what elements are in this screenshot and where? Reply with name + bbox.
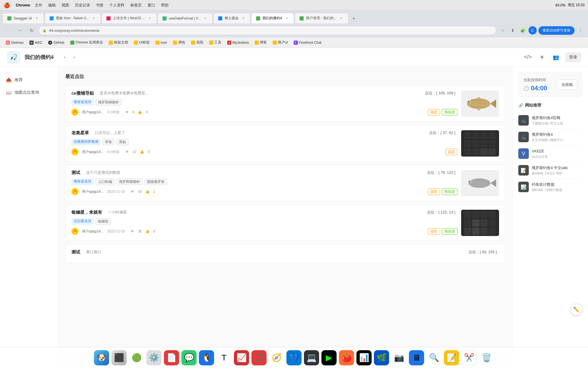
dock-stock[interactable]: 📈 [234,350,249,365]
sidebar-item-map[interactable]: 📖 地图点位查询 [0,86,58,99]
tab-fishing-active[interactable]: 我们的俄钓4 ✕ [251,13,294,23]
user-icon[interactable]: C [528,26,537,34]
bookmark-getman[interactable]: G Getman [4,39,26,46]
tab-close-1[interactable]: ✕ [34,16,39,21]
dock-terminal[interactable]: ▶ [321,350,337,365]
badge-3-1[interactable]: 熟练度 [442,188,458,195]
refresh-button[interactable]: ↻ [27,26,36,35]
tab-close-5[interactable]: ✕ [241,16,246,21]
back-button[interactable]: ← [4,26,13,35]
tag-4-1[interactable]: 银鲫鱼 [95,218,111,225]
dock-chrome[interactable]: 🟢 [129,350,144,365]
dock-safari[interactable]: 🧭 [269,350,284,365]
address-input[interactable]: 🔒 rf4.cosycosy.cn/#/recommend [38,26,496,35]
bookmark-icon[interactable]: icon [153,39,169,46]
login-button[interactable]: 登录 [565,53,581,62]
tag-3-1[interactable]: 上口欧鳊 [95,178,115,185]
tab-upload[interactable]: 上传文件 | NestJS ... ✕ [102,13,157,23]
tab-icon[interactable]: 图标 Icon - Naive U... ✕ [45,13,101,23]
tab-close-6[interactable]: ✕ [284,16,289,21]
bookmark-color[interactable]: 调色 [171,39,188,46]
tab-close-4[interactable]: ✕ [203,16,208,21]
tag-2-0[interactable]: 旧奥斯特罗格湖 [71,139,101,145]
dock-terminal-blue[interactable]: 💻 [304,350,319,365]
dock-sourcetree[interactable]: 🌿 [374,350,389,365]
dock-capture[interactable]: 📷 [391,350,407,365]
more-menu-icon[interactable]: ⋮ [576,26,584,34]
menu-file[interactable]: 文件 [35,3,42,8]
bookmark-github[interactable]: ● GitHub [46,39,66,46]
bookmark-star-icon[interactable]: ☆ [499,26,507,34]
forward-button[interactable]: → [15,26,24,35]
tag-2-2[interactable]: 黑鲩 [116,139,129,145]
tag-1-1[interactable]: 俄罗斯梭吻鲈 [95,99,122,106]
app-back-btn[interactable]: ‹ [61,53,69,61]
menu-window[interactable]: 窗口 [148,3,155,8]
bookmark-ui[interactable]: UI框架 [132,39,152,46]
tab-juejin[interactable]: 稀土掘金 ✕ [213,13,251,23]
users-icon[interactable]: 👥 [551,53,561,62]
badge-4-1[interactable]: 熟练度 [442,228,458,235]
tag-3-0[interactable]: 惟有诺克河 [71,178,94,185]
menu-profile[interactable]: 个人资料 [109,3,125,8]
tab-close-7[interactable]: ✕ [339,16,344,21]
update-button[interactable]: 重新启动即可更新 [538,26,575,35]
website-item-0[interactable]: 🎣 俄罗斯钓鱼4官网 下载独立端 | 官方公告 [518,112,582,129]
tag-1-0[interactable]: 惟有诺克河 [71,99,94,106]
badge-3-0[interactable]: 踢星 [428,188,440,195]
dock-activity[interactable]: 📊 [356,350,372,365]
badge-1-0[interactable]: 踢星 [428,109,440,116]
menu-history[interactable]: 历史记录 [75,3,90,8]
download-icon[interactable]: ⬇ [509,26,517,34]
dock-typora[interactable]: T [216,350,232,365]
dock-todesk[interactable]: 🖥 [409,350,424,365]
tag-3-3[interactable]: 圆腹雅罗鱼 [144,178,167,185]
bookmark-chrome-store[interactable]: Chrome 应用商店 [68,39,105,46]
code-icon[interactable]: </> [523,53,533,62]
tab-date[interactable]: useDateFormat | V... ✕ [158,13,213,23]
dock-launchpad[interactable]: ⬛ [111,350,127,365]
bookmark-gaoyang[interactable]: 高阳 [189,39,206,46]
dock-netease[interactable]: 🎵 [251,350,267,365]
badge-2-0[interactable]: 踢星 [445,149,458,155]
extensions-icon[interactable]: 🧩 [519,26,527,34]
website-item-1[interactable]: 🎣 俄罗斯钓鱼4 交互式地图 | 咖啡厅订... [518,129,582,145]
tab-user-mgmt[interactable]: 用户管理 - 我们的... ✕ [295,13,349,23]
dock-qq[interactable]: 🐧 [199,350,214,365]
dock-finder[interactable]: 🐶 [94,350,109,365]
menu-edit[interactable]: 编辑 [48,3,56,8]
tab-swagger[interactable]: Swagger UI ✕ [2,13,44,23]
bookmark-mac[interactable]: M MAC [27,39,45,46]
tab-close-2[interactable]: ✕ [91,16,96,21]
tag-4-0[interactable]: 沃尔霍夫河 [71,218,94,225]
menu-tabs[interactable]: 标签页 [130,3,142,8]
tag-3-2[interactable]: 俄罗斯梭吻鲈 [116,178,143,185]
new-tab-button[interactable]: + [349,14,358,23]
submit-button[interactable]: 去投稿 [557,79,577,90]
apple-menu[interactable]: 🍎 [4,2,10,8]
dock-settings[interactable]: ⚙️ [146,350,162,365]
dock-notes[interactable]: 📝 [444,350,459,365]
badge-4-0[interactable]: 踢星 [428,228,440,235]
app-forward-btn[interactable]: › [70,53,78,61]
bookmark-tools[interactable]: 工具 [207,39,224,46]
dock-wps[interactable]: 📄 [164,350,179,365]
bookmark-myjenkins[interactable]: J MyJenkins [225,39,251,46]
bookmark-merchant[interactable]: 商户ui [270,39,290,46]
dock-wechat[interactable]: 💬 [181,350,197,365]
dock-search[interactable]: 🔍 [426,350,442,365]
dock-trash[interactable]: 🗑️ [479,350,494,365]
menu-bookmarks[interactable]: 书签 [96,3,104,8]
website-item-3[interactable]: 📝 俄罗斯钓鱼4 中文wiki 该wiki由【冰山】维护 [518,162,582,179]
bookmark-forefront[interactable]: F Forefront Chat [291,39,324,46]
badge-1-1[interactable]: 熟练度 [442,109,458,116]
dock-pomotodo[interactable]: 🍅 [339,350,354,365]
dock-snipaste[interactable]: ✂️ [461,350,477,365]
bookmark-framework[interactable]: 框架文档 [106,39,130,46]
tag-2-1[interactable]: 草鱼 [102,139,115,145]
website-item-2[interactable]: V VK社区 vk点位分享 [518,145,582,162]
floating-edit-button[interactable]: ✏️ [570,304,582,315]
sidebar-item-recommend[interactable]: 📤 推荐 [0,74,58,86]
website-item-4[interactable]: 📊 钓鱼统计数据 俄钓4的一些统计数据 [518,179,582,195]
tab-close-3[interactable]: ✕ [147,16,152,21]
